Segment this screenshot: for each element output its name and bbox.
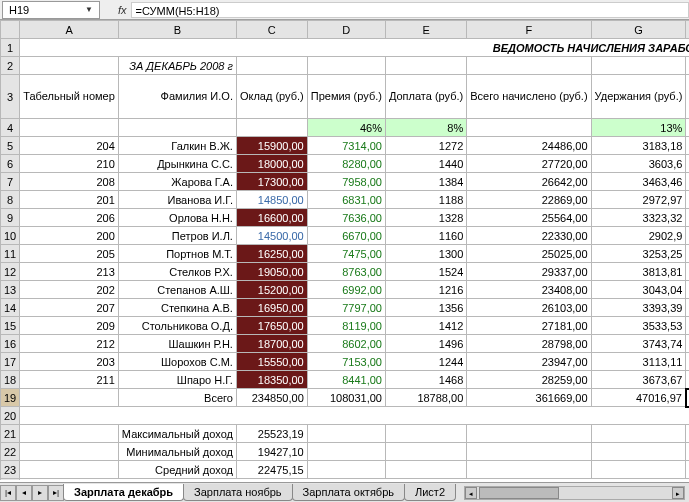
row-header[interactable]: 5 <box>1 137 20 155</box>
stat-label[interactable]: Средний доход <box>118 461 236 479</box>
stat-value[interactable]: 22475,15 <box>236 461 307 479</box>
row-header[interactable]: 3 <box>1 75 20 119</box>
cell-addpay[interactable]: 1328 <box>385 209 466 227</box>
cell-name[interactable]: Иванова И.Г. <box>118 191 236 209</box>
cell-bonus[interactable]: 8441,00 <box>307 371 385 389</box>
cell-accrued[interactable]: 29337,00 <box>467 263 591 281</box>
hdr-bonus[interactable]: Премия (руб.) <box>307 75 385 119</box>
cell-withheld[interactable]: 3183,18 <box>591 137 686 155</box>
row-header[interactable]: 24 <box>1 479 20 481</box>
cell-addpay[interactable]: 1384 <box>385 173 466 191</box>
cell-name[interactable]: Орлова Н.Н. <box>118 209 236 227</box>
stat-value[interactable]: 25523,19 <box>236 425 307 443</box>
cell-salary[interactable]: 19050,00 <box>236 263 307 281</box>
cell-withheld[interactable]: 3743,74 <box>591 335 686 353</box>
formula-bar[interactable]: =СУММ(H5:H18) <box>131 2 689 18</box>
sheet-tab[interactable]: Зарплата октябрь <box>292 484 405 501</box>
cell-salary[interactable]: 15900,00 <box>236 137 307 155</box>
sheet-tab[interactable]: Зарплата декабрь <box>63 484 184 501</box>
row-header[interactable]: 11 <box>1 245 20 263</box>
cell-accrued[interactable]: 23408,00 <box>467 281 591 299</box>
cell-salary[interactable]: 16600,00 <box>236 209 307 227</box>
col-header-E[interactable]: E <box>385 21 466 39</box>
cell-tabnum[interactable]: 203 <box>20 353 119 371</box>
totals-bonus[interactable]: 108031,00 <box>307 389 385 407</box>
cell-bonus[interactable]: 8602,00 <box>307 335 385 353</box>
row-header[interactable]: 22 <box>1 443 20 461</box>
totals-salary[interactable]: 234850,00 <box>236 389 307 407</box>
cell-accrued[interactable]: 27181,00 <box>467 317 591 335</box>
cell-name[interactable]: Галкин В.Ж. <box>118 137 236 155</box>
hdr-name[interactable]: Фамилия И.О. <box>118 75 236 119</box>
cell-name[interactable]: Жарова Г.А. <box>118 173 236 191</box>
tab-nav-last-icon[interactable]: ▸| <box>48 485 64 501</box>
fx-icon[interactable]: fx <box>118 4 127 16</box>
row-header[interactable]: 8 <box>1 191 20 209</box>
cell-salary[interactable]: 16250,00 <box>236 245 307 263</box>
cell-name[interactable]: Стольникова О.Д. <box>118 317 236 335</box>
horizontal-scrollbar[interactable]: ◂ ▸ <box>464 486 685 500</box>
cell-accrued[interactable]: 25564,00 <box>467 209 591 227</box>
cell-addpay[interactable]: 1496 <box>385 335 466 353</box>
cell-bonus[interactable]: 7314,00 <box>307 137 385 155</box>
row-header[interactable]: 6 <box>1 155 20 173</box>
cell-addpay[interactable]: 1412 <box>385 317 466 335</box>
col-header-B[interactable]: B <box>118 21 236 39</box>
col-header-F[interactable]: F <box>467 21 591 39</box>
cell-name[interactable]: Шпаро Н.Г. <box>118 371 236 389</box>
cell-tabnum[interactable]: 208 <box>20 173 119 191</box>
cell-salary[interactable]: 14850,00 <box>236 191 307 209</box>
cell-salary[interactable]: 14500,00 <box>236 227 307 245</box>
cell-addpay[interactable]: 1272 <box>385 137 466 155</box>
stat-value[interactable]: 19427,10 <box>236 443 307 461</box>
row-header[interactable]: 12 <box>1 263 20 281</box>
stat-label[interactable]: Минимальный доход <box>118 443 236 461</box>
stat-label[interactable]: Максимальный доход <box>118 425 236 443</box>
cell-tabnum[interactable]: 205 <box>20 245 119 263</box>
row-header[interactable]: 18 <box>1 371 20 389</box>
cell-salary[interactable]: 17650,00 <box>236 317 307 335</box>
pct-addpay[interactable]: 8% <box>385 119 466 137</box>
cell-withheld[interactable]: 3673,67 <box>591 371 686 389</box>
cell-salary[interactable]: 16950,00 <box>236 299 307 317</box>
cell-accrued[interactable]: 22869,00 <box>467 191 591 209</box>
col-header-G[interactable]: G <box>591 21 686 39</box>
cell-withheld[interactable]: 2972,97 <box>591 191 686 209</box>
cell-addpay[interactable]: 1468 <box>385 371 466 389</box>
cell-accrued[interactable]: 26642,00 <box>467 173 591 191</box>
cell-name[interactable]: Степанов А.Ш. <box>118 281 236 299</box>
cell-accrued[interactable]: 22330,00 <box>467 227 591 245</box>
cell-name[interactable]: Портнов М.Т. <box>118 245 236 263</box>
cell-accrued[interactable]: 25025,00 <box>467 245 591 263</box>
row-header[interactable]: 19 <box>1 389 20 407</box>
hdr-withheld[interactable]: Удержания (руб.) <box>591 75 686 119</box>
cell-tabnum[interactable]: 206 <box>20 209 119 227</box>
name-box[interactable]: H19 ▼ <box>2 1 100 19</box>
cell-withheld[interactable]: 3323,32 <box>591 209 686 227</box>
sheet-title[interactable]: ВЕДОМОСТЬ НАЧИСЛЕНИЯ ЗАРАБОТНОЙ ПЛАТЫ <box>20 39 689 57</box>
sheet-tab[interactable]: Лист2 <box>404 484 456 501</box>
cell-withheld[interactable]: 3113,11 <box>591 353 686 371</box>
cell-name[interactable]: Шашкин Р.Н. <box>118 335 236 353</box>
cell-addpay[interactable]: 1440 <box>385 155 466 173</box>
cell-addpay[interactable]: 1216 <box>385 281 466 299</box>
cell-addpay[interactable]: 1244 <box>385 353 466 371</box>
hdr-salary[interactable]: Оклад (руб.) <box>236 75 307 119</box>
cell-bonus[interactable]: 7797,00 <box>307 299 385 317</box>
cell-tabnum[interactable]: 207 <box>20 299 119 317</box>
sheet-tab[interactable]: Зарплата ноябрь <box>183 484 293 501</box>
cell-addpay[interactable]: 1300 <box>385 245 466 263</box>
cell-name[interactable]: Петров И.Л. <box>118 227 236 245</box>
cell-bonus[interactable]: 7958,00 <box>307 173 385 191</box>
row-header[interactable]: 14 <box>1 299 20 317</box>
cell-addpay[interactable]: 1160 <box>385 227 466 245</box>
cell-tabnum[interactable]: 209 <box>20 317 119 335</box>
totals-acc[interactable]: 361669,00 <box>467 389 591 407</box>
cell-salary[interactable]: 15550,00 <box>236 353 307 371</box>
tab-nav-first-icon[interactable]: |◂ <box>0 485 16 501</box>
cell-salary[interactable]: 15200,00 <box>236 281 307 299</box>
totals-add[interactable]: 18788,00 <box>385 389 466 407</box>
cell-withheld[interactable]: 3603,6 <box>591 155 686 173</box>
cell-tabnum[interactable]: 200 <box>20 227 119 245</box>
cell-bonus[interactable]: 7153,00 <box>307 353 385 371</box>
